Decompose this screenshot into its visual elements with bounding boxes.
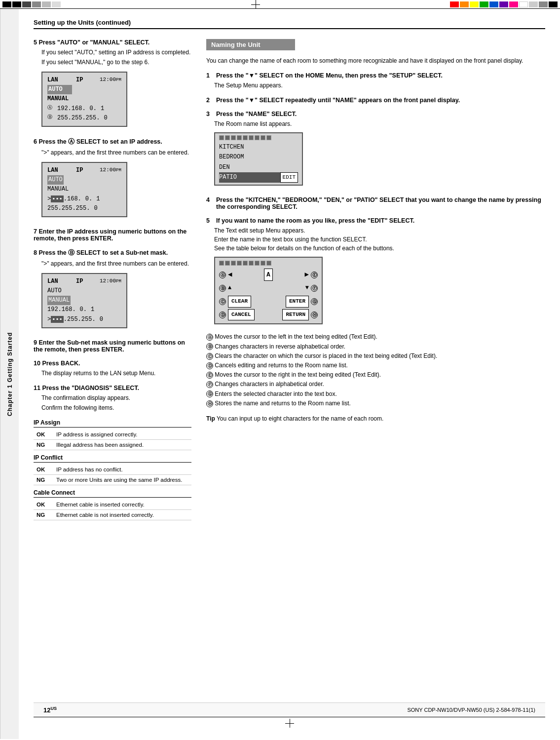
tip-label: Tip — [206, 415, 215, 422]
right-step-4-title: Press the "KITCHEN," "BEDROOM," "DEN," o… — [216, 196, 545, 210]
table-row: OK IP address has no conflict. — [34, 465, 191, 475]
naming-intro: You can change the name of each room to … — [206, 56, 545, 65]
right-step-5-body-p3: See the table below for details on the f… — [214, 244, 545, 253]
step-5-header: 5 Press "AUTO" or "MANUAL" SELECT. — [34, 39, 191, 46]
right-step-5-header: 5 If you want to name the room as you li… — [206, 217, 545, 224]
lcd-d3-row-1: LAN IP 12:00PM — [47, 277, 121, 286]
up-arrow-icon: ▲ — [228, 283, 231, 294]
lcd-row-3: MANUAL — [47, 94, 121, 104]
step-9-header: 9 Enter the Sub-net mask using numeric b… — [34, 339, 191, 353]
fn-desc-c: Ⓒ Clears the character on which the curs… — [206, 351, 545, 361]
right-arrow-icon: ▶ — [305, 269, 309, 281]
section-header-naming: Naming the Unit — [206, 39, 295, 50]
ip-assign-title: IP Assign — [34, 419, 191, 428]
ip-assign-ok-status: OK — [34, 429, 53, 440]
color-blue — [489, 1, 498, 7]
right-step-1-title: Press the "▼" SELECT on the HOME Menu, t… — [216, 72, 443, 79]
table-row: OK Ethernet cable is inserted correctly. — [34, 500, 191, 510]
lcd-row-5: Ⓑ 255.255.255. 0 — [47, 114, 121, 123]
fn-label-g: Ⓖ — [311, 298, 318, 305]
lcd-d2-row-2: AUTO — [47, 175, 121, 185]
text-edit-row-clear-enter: Ⓒ CLEAR ENTER Ⓖ — [219, 296, 318, 308]
crosshair-icon — [251, 0, 260, 9]
down-arrow-icon: ▼ — [305, 283, 309, 294]
color-block-2 — [12, 1, 21, 7]
table-row: NG Two or more Units are using the same … — [34, 474, 191, 485]
color-pink — [509, 1, 518, 7]
ip-assign-ng-status: NG — [34, 439, 53, 450]
cable-ng-status: NG — [34, 509, 53, 520]
cable-connect-table-data: OK Ethernet cable is inserted correctly.… — [34, 500, 191, 520]
text-edit-top-bar — [219, 261, 318, 266]
cancel-button[interactable]: CANCEL — [228, 309, 255, 321]
top-bar-right-blocks — [448, 0, 560, 8]
right-step-3-title: Press the "NAME" SELECT. — [216, 111, 297, 117]
top-color-bar — [0, 0, 560, 9]
bottom-bar: 12US SONY CDP-NW10/DVP-NW50 (US) 2-584-9… — [34, 702, 545, 717]
right-step-1: 1 Press the "▼" SELECT on the HOME Menu,… — [206, 72, 545, 90]
two-column-layout: 5 Press "AUTO" or "MANUAL" SELECT. If yo… — [34, 39, 545, 702]
step-10-body: The display returns to the LAN setup Men… — [34, 369, 191, 378]
ip-conflict-table: IP Conflict OK IP address has no conflic… — [34, 454, 191, 485]
right-step-5-body: The Text edit setup Menu appears. Enter … — [206, 226, 545, 253]
step-11-number: 11 — [34, 385, 40, 391]
color-black2 — [549, 1, 558, 7]
fn-label-b: Ⓑ — [219, 285, 226, 292]
step-7-header: 7 Enter the IP address using numeric but… — [34, 228, 191, 242]
cable-ok-status: OK — [34, 500, 53, 510]
fn-label-f: Ⓕ — [311, 285, 318, 292]
step-11: 11 Press the "DIAGNOSIS" SELECT. The con… — [34, 385, 191, 412]
edit-button[interactable]: EDIT — [280, 172, 298, 183]
right-step-5-body-p1: The Text edit setup Menu appears. — [214, 226, 545, 235]
lcd-row-1: LAN IP 12:00PM — [47, 76, 121, 85]
main-wrapper: Chapter 1 Getting Started Setting up the… — [0, 9, 560, 739]
bottom-crosshair-icon — [285, 719, 294, 728]
step-11-body-p1: The confirmation display appears. — [41, 393, 191, 402]
ip-conflict-ng-status: NG — [34, 474, 53, 485]
cable-connect-title: Cable Connect — [34, 489, 191, 498]
cable-ng-desc: Ethernet cable is not inserted correctly… — [53, 509, 191, 520]
cable-connect-table: Cable Connect OK Ethernet cable is inser… — [34, 489, 191, 520]
fn-desc-f: Ⓕ Changes characters in alphabetical ord… — [206, 380, 545, 389]
ip-conflict-ng-desc: Two or more Units are using the same IP … — [53, 474, 191, 485]
left-arrow-icon: ◀ — [228, 269, 232, 281]
step-9-number: 9 — [34, 339, 37, 346]
step-11-body-p2: Confirm the following items. — [41, 403, 191, 412]
fn-desc-g: Ⓖ Enters the selected character into the… — [206, 389, 545, 399]
step-11-header: 11 Press the "DIAGNOSIS" SELECT. — [34, 385, 191, 391]
fn-label-c: Ⓒ — [219, 298, 226, 305]
right-column: Naming the Unit You can change the name … — [206, 39, 545, 702]
fn-desc-e: Ⓔ Moves the cursor to the right in the t… — [206, 370, 545, 380]
enter-button[interactable]: ENTER — [286, 296, 309, 308]
top-bar-left-blocks — [0, 0, 63, 8]
step-5-number: 5 — [34, 39, 37, 46]
color-gray — [539, 1, 548, 7]
ip-conflict-title: IP Conflict — [34, 454, 191, 463]
lcd-d3-row-2: AUTO — [47, 286, 121, 296]
step-9: 9 Enter the Sub-net mask using numeric b… — [34, 339, 191, 353]
text-edit-row-arrows: Ⓐ ◀ A ▶ Ⓔ — [219, 269, 318, 281]
table-row: OK IP address is assigned correctly. — [34, 429, 191, 440]
right-step-3-body: The Room name list appears. — [206, 119, 545, 128]
clear-button[interactable]: CLEAR — [228, 296, 251, 308]
lcd-d3-row-3: MANUAL — [47, 296, 121, 305]
step-10-header: 10 Press BACK. — [34, 360, 191, 367]
right-step-3-body-p1: The Room name list appears. — [214, 119, 545, 128]
table-row: NG Ethernet cable is not inserted correc… — [34, 509, 191, 520]
color-white — [519, 1, 528, 7]
return-button[interactable]: RETURN — [282, 309, 309, 321]
fn-desc-h: Ⓗ Stores the name and returns to the Roo… — [206, 399, 545, 408]
color-green — [480, 1, 488, 7]
top-center-crosshair — [63, 0, 448, 8]
step-6-title: Press the Ⓐ SELECT to set an IP address. — [38, 138, 162, 145]
ip-conflict-ok-desc: IP address has no conflict. — [53, 465, 191, 475]
color-block-3 — [22, 1, 31, 7]
step-8-number: 8 — [34, 249, 37, 256]
table-row: NG Illegal address has been assigned. — [34, 439, 191, 450]
right-step-5-body-p2: Enter the name in the text box using the… — [214, 235, 545, 244]
step-10-body-p1: The display returns to the LAN setup Men… — [41, 369, 191, 378]
step-9-title: Enter the Sub-net mask using numeric but… — [34, 339, 185, 353]
color-lightgray — [529, 1, 538, 7]
ip-assign-table-data: OK IP address is assigned correctly. NG … — [34, 429, 191, 450]
page-header: Setting up the Units (continued) — [34, 19, 545, 29]
